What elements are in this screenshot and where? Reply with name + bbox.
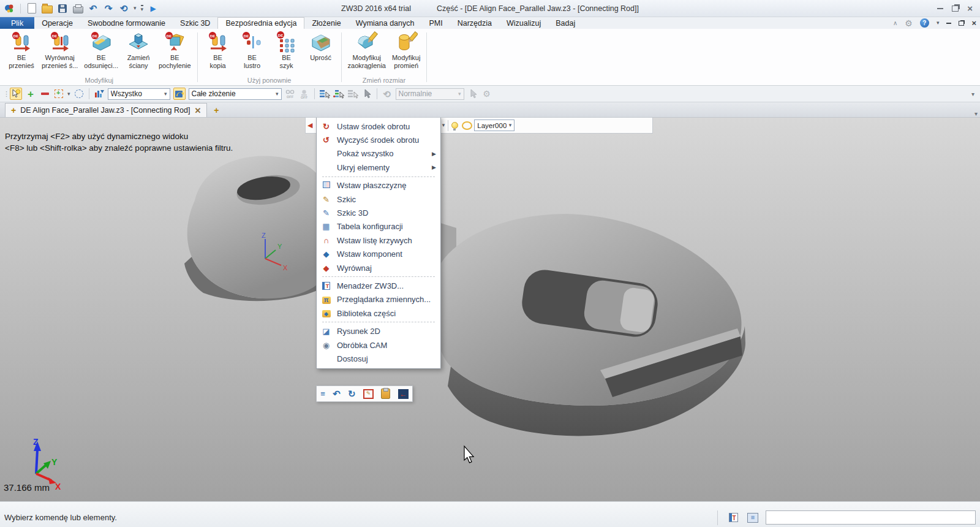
tab-swobodne-formowanie[interactable]: Swobodne formowanie bbox=[80, 17, 173, 29]
dynamic-view-button[interactable]: ⟲ bbox=[118, 3, 129, 14]
toolbar-grip[interactable]: ⋮⋮ bbox=[3, 91, 7, 97]
help-icon[interactable]: ? bbox=[920, 18, 929, 28]
scope-combo[interactable]: Całe złożenie▾ bbox=[189, 88, 282, 100]
collapse-ribbon-icon[interactable]: ∧ bbox=[893, 20, 897, 26]
filter-off-2-icon[interactable]: OFF bbox=[299, 88, 310, 99]
tab-bezposrednia-edycja[interactable]: Bezpośrednia edycja bbox=[217, 17, 304, 29]
menu-item-wstaw-plaszczyzne[interactable]: Wstaw płaszczyznę bbox=[317, 179, 440, 192]
menu-item-wyrownaj[interactable]: Wyrównaj bbox=[317, 261, 440, 275]
replace-faces-button[interactable]: Zamień ściany bbox=[121, 29, 156, 70]
menu-item-rysunek-2d[interactable]: Rysunek 2D bbox=[317, 324, 440, 338]
open-file-button[interactable] bbox=[42, 3, 53, 14]
be-pattern-button[interactable]: DE BE szyk bbox=[270, 29, 304, 70]
be-mirror-button[interactable]: DE BE lustro bbox=[235, 29, 270, 70]
modify-fillet-button[interactable]: Modyfikuj zaokrąglenia bbox=[345, 29, 389, 70]
tab-close-icon[interactable]: ✕ bbox=[194, 107, 201, 115]
lightbulb-icon[interactable] bbox=[451, 120, 458, 131]
toolbar-overflow-icon[interactable]: ▾ bbox=[971, 91, 977, 97]
tab-narzedzia[interactable]: Narzędzia bbox=[450, 17, 499, 29]
redo-button[interactable]: ↷ bbox=[103, 3, 114, 14]
tab-operacje[interactable]: Operacje bbox=[34, 17, 80, 29]
new-file-button[interactable] bbox=[26, 3, 37, 14]
pick-target-icon[interactable] bbox=[467, 88, 478, 99]
filter-off-1-icon[interactable]: OFF bbox=[285, 88, 296, 99]
layers-dropdown-icon[interactable]: ▾ bbox=[442, 120, 445, 131]
align-move-button[interactable]: DE Wyrównaj przenieś ś... bbox=[39, 29, 81, 70]
modify-fillet-icon bbox=[355, 31, 379, 54]
assembly-scope-toggle[interactable] bbox=[173, 88, 186, 100]
help-dropdown-icon[interactable]: ▾ bbox=[937, 20, 940, 26]
reorient-icon[interactable]: ⟲ bbox=[382, 88, 393, 99]
doc-restore-button[interactable] bbox=[959, 21, 964, 26]
clipboard-icon[interactable] bbox=[381, 389, 390, 399]
tab-szkic-3d[interactable]: Szkic 3D bbox=[173, 17, 217, 29]
menu-item-menadzer-zw3d[interactable]: TMenadżer ZW3D... bbox=[317, 279, 440, 292]
menu-item-dostosuj[interactable]: Dostosuj bbox=[317, 352, 440, 365]
manager-panel-icon[interactable]: T bbox=[726, 512, 740, 524]
toolbar-options-button[interactable]: ▾ bbox=[141, 5, 144, 12]
menu-item-wstaw-liste-krzywych[interactable]: Wstaw listę krzywych bbox=[317, 233, 440, 247]
add-selection-icon[interactable]: + bbox=[25, 88, 36, 99]
dynamic-view-dropdown[interactable]: ▾ bbox=[134, 6, 137, 11]
menu-item-biblioteka-czesci[interactable]: ◆Biblioteka części bbox=[317, 306, 440, 320]
window-select-dropdown[interactable]: ▾ bbox=[67, 91, 70, 97]
menu-item-ustaw-srodek-obrotu[interactable]: Ustaw środek obrotu bbox=[317, 119, 440, 133]
menu-item-szkic-3d[interactable]: Szkic 3D bbox=[317, 206, 440, 219]
lasso-select-icon[interactable] bbox=[74, 88, 85, 99]
edit-sketch-icon[interactable]: ✎ bbox=[363, 389, 374, 399]
menu-item-pokaz-wszystko[interactable]: Pokaż wszystko▶ bbox=[317, 147, 440, 161]
be-copy-button[interactable]: DE BE kopia bbox=[201, 29, 235, 70]
doc-close-button[interactable]: × bbox=[971, 19, 976, 27]
settings-gear-icon[interactable]: ⚙ bbox=[905, 19, 913, 28]
restore-button[interactable] bbox=[952, 6, 959, 12]
doc-minimize-button[interactable] bbox=[946, 23, 951, 24]
play-macro-button[interactable]: ▶ bbox=[148, 3, 159, 14]
pick-from-list-icon[interactable] bbox=[319, 88, 330, 99]
layer-color-ring-icon[interactable] bbox=[462, 120, 472, 131]
close-button[interactable]: × bbox=[967, 4, 973, 13]
filter-combo[interactable]: Wszystko▾ bbox=[108, 88, 170, 100]
simplify-button[interactable]: Uprość bbox=[304, 29, 338, 62]
new-tab-button[interactable]: + bbox=[207, 103, 225, 117]
save-button[interactable] bbox=[57, 3, 68, 14]
pick-mode-toggle[interactable] bbox=[10, 88, 22, 100]
undo-button[interactable]: ↶ bbox=[88, 3, 99, 14]
status-input[interactable] bbox=[766, 510, 976, 525]
tab-badaj[interactable]: Badaj bbox=[548, 17, 582, 29]
tabbar-overflow-icon[interactable]: ▾ bbox=[974, 110, 980, 117]
menu-item-tabela-konfiguracji[interactable]: Tabela konfiguracji bbox=[317, 220, 440, 233]
window-select-icon[interactable] bbox=[53, 88, 64, 99]
menu-item-obrobka-cam[interactable]: Obróbka CAM bbox=[317, 338, 440, 352]
tab-pmi[interactable]: PMI bbox=[421, 17, 450, 29]
modify-radius-button[interactable]: Modyfikuj promień bbox=[389, 29, 423, 70]
graphics-viewport[interactable]: Przytrzymaj <F2> aby użyć dynamicznego w… bbox=[0, 118, 980, 501]
be-offset-button[interactable]: DE BE odsunięci... bbox=[81, 29, 121, 70]
exit-icon[interactable]: ← bbox=[398, 389, 409, 399]
remove-selection-icon[interactable] bbox=[39, 88, 50, 99]
be-move-button[interactable]: DE BE przenieś bbox=[4, 29, 39, 70]
menu-item-ukryj-elementy[interactable]: Ukryj elementy▶ bbox=[317, 161, 440, 174]
tab-wizualizuj[interactable]: Wizualizuj bbox=[499, 17, 548, 29]
layer-combo[interactable]: Layer0000▾ bbox=[474, 119, 514, 131]
print-button[interactable] bbox=[72, 3, 83, 14]
tab-zlozenie[interactable]: Złożenie bbox=[304, 17, 348, 29]
output-panel-icon[interactable]: ≡ bbox=[746, 512, 760, 524]
pick-list-icon[interactable]: ≡ bbox=[320, 389, 325, 398]
pick-all-list-icon[interactable] bbox=[347, 88, 358, 99]
menu-item-szkic[interactable]: Szkic bbox=[317, 192, 440, 206]
refresh-icon[interactable]: ↻ bbox=[348, 389, 356, 398]
pick-settings-icon[interactable]: ⚙ bbox=[481, 88, 492, 99]
minimize-button[interactable] bbox=[937, 8, 943, 9]
undo-icon[interactable]: ↶ bbox=[333, 389, 341, 398]
menu-item-wyczysc-srodek-obrotu[interactable]: Wyczyść środek obrotu bbox=[317, 133, 440, 146]
filter-icon[interactable] bbox=[94, 88, 105, 99]
menu-item-przegladarka-zmiennych[interactable]: πPrzeglądarka zmiennych... bbox=[317, 293, 440, 306]
be-draft-button[interactable]: DE BE pochylenie bbox=[156, 29, 194, 70]
mode-combo[interactable]: Normalnie▾ bbox=[396, 88, 464, 100]
pick-last-list-icon[interactable] bbox=[333, 88, 344, 99]
tab-plik[interactable]: Plik bbox=[0, 17, 34, 29]
select-arrow-icon[interactable] bbox=[361, 88, 372, 99]
menu-item-wstaw-komponent[interactable]: Wstaw komponent bbox=[317, 248, 440, 261]
tab-wymiana-danych[interactable]: Wymiana danych bbox=[349, 17, 422, 29]
document-tab[interactable]: + DE Align Face_Parallel Jaw.z3 - [Conne… bbox=[5, 103, 207, 117]
